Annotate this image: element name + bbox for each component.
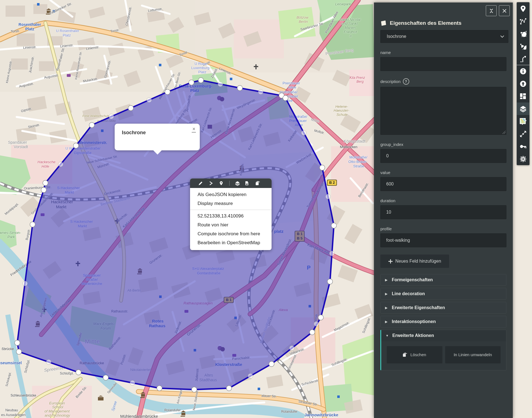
polygon-vertex-handle[interactable] [15,340,20,346]
polygon-vertex-handle[interactable] [73,143,79,148]
polygon-vertex-handle[interactable] [198,78,204,83]
toolbar-info-button[interactable] [517,65,529,77]
polyline-icon [520,18,526,25]
add-field-button[interactable]: Neues Feld hinzufügen [380,255,449,268]
polygon-vertex-handle[interactable] [310,330,315,335]
toolbar-upload-button[interactable] [517,77,529,90]
toolbar-add-marker-button[interactable] [517,2,529,15]
toolbar-add-curve-button[interactable] [517,52,529,65]
delete-button[interactable]: Löschen [387,346,442,363]
section-header[interactable]: ▶Interaktionsoptionen [381,316,506,327]
polygon-vertex-handle[interactable] [283,96,288,101]
layers-button[interactable] [235,181,240,186]
toolbar-add-polygon-button[interactable] [517,27,529,40]
context-menu-item[interactable]: Bearbeiten in OpenStreetMap [190,238,272,247]
polygon-vertex-handle[interactable] [226,386,232,391]
polygon-ghost-handle[interactable] [289,346,294,351]
panel-collapse-button[interactable] [486,5,497,16]
context-menu-item[interactable]: Route von hier [190,221,272,229]
polygon-vertex-handle[interactable] [128,106,134,111]
polygon-vertex-handle[interactable] [41,187,46,193]
context-menu-item[interactable]: Display measure [190,199,272,208]
value-field[interactable] [380,177,506,191]
section-header[interactable]: ▶Formeigenschaften [381,274,506,285]
polygon-vertex-handle[interactable] [30,222,35,227]
toolbar-layers-button[interactable] [517,102,529,115]
polygon-vertex-handle[interactable] [318,315,324,320]
polygon-ghost-handle[interactable] [301,130,306,135]
context-menu-items: Als GeoJSON kopierenDisplay measure52.52… [190,188,272,250]
polygon-vertex-handle[interactable] [237,85,243,91]
section-line-decoration: ▶Line decoration [380,288,506,300]
duration-field[interactable] [380,205,506,219]
share-arrow-button[interactable] [209,181,213,186]
polygon-vertex-handle[interactable] [157,386,162,391]
toolbar-api-key-button[interactable] [517,140,529,153]
polygon-ghost-handle[interactable] [258,89,263,94]
context-menu-item[interactable]: 52.521338,13.410096 [190,212,272,221]
resize-grip[interactable] [502,131,506,134]
close-icon [502,9,507,13]
polygon-ghost-handle[interactable] [23,281,28,286]
section-header[interactable]: ▶Line decoration [381,288,506,299]
name-field[interactable] [380,57,506,71]
polygon-vertex-handle[interactable] [43,180,48,186]
section-label: Interaktionsoptionen [392,319,436,324]
edit-pencil-button[interactable] [198,181,203,186]
section-arrow-icon: ▼ [386,334,389,337]
polygon-vertex-handle[interactable] [16,349,22,355]
plus-icon [388,259,393,263]
context-menu-item[interactable]: Compute isochrone from here [190,229,272,238]
copy-icon [245,181,250,186]
polygon-vertex-handle[interactable] [165,89,170,95]
toolbar-fit-view-button[interactable] [517,128,529,140]
map-pin-icon [219,181,224,186]
panel-close-button[interactable] [499,5,510,16]
section-label: Line decoration [392,291,425,296]
section-interaktionsoptionen: ▶Interaktionsoptionen [380,316,506,327]
popup-title: Isochrone [115,124,200,136]
polygon-ghost-handle[interactable] [329,251,334,256]
app-window: PP Torstr.Torstr.Torstr.Torstr.Rosenthal… [0,0,532,418]
polygon-ghost-handle[interactable] [326,194,331,199]
toolbar-edit-shapes-button[interactable] [517,40,529,52]
section-header[interactable]: ▶Erweiterte Eigenschaften [381,302,506,313]
group_index-field[interactable] [380,149,506,163]
map-pin-button[interactable] [219,181,224,186]
polygon-ghost-handle[interactable] [109,114,114,119]
polygon-vertex-handle[interactable] [320,165,325,170]
polygon-ghost-handle[interactable] [58,162,63,167]
toolbar-map-style-button[interactable] [517,115,529,128]
copy-button[interactable] [245,181,250,186]
layers-icon [235,181,240,186]
polygon-ghost-handle[interactable] [314,321,319,326]
description-textarea[interactable] [380,87,506,135]
polygon-vertex-handle[interactable] [192,387,197,392]
convert-to-lines-button[interactable]: In Linien umwandeln [445,346,501,363]
popup-close-icon[interactable]: × [192,126,196,133]
polygon-ghost-handle[interactable] [147,97,152,102]
section-header[interactable]: ▼Erweiterte Aktionen [381,330,506,341]
share-arrow-icon [209,181,213,186]
trash-button[interactable] [256,181,260,186]
profile-field[interactable] [380,233,506,247]
polygon-vertex-handle[interactable] [89,123,95,128]
help-icon[interactable]: ? [403,78,409,85]
polygon-ghost-handle[interactable] [46,360,51,365]
polygon-vertex-handle[interactable] [189,80,194,85]
section-label: Erweiterte Eigenschaften [392,305,445,310]
polygon-ghost-handle[interactable] [248,373,253,378]
polygon-vertex-handle[interactable] [269,361,274,367]
context-menu-item[interactable]: Als GeoJSON kopieren [190,190,272,199]
toolbar-add-line-button[interactable] [517,15,529,27]
element-type-select[interactable]: Isochrone [380,30,508,43]
polygon-ghost-handle[interactable] [130,380,135,385]
polygon-vertex-handle[interactable] [331,223,337,228]
toolbar-settings-button[interactable] [517,153,529,165]
polygon-ghost-handle[interactable] [218,82,223,87]
polygon-vertex-handle[interactable] [327,279,333,284]
section-erweiterte-aktionen: ▼Erweiterte AktionenLöschenIn Linien umw… [380,330,506,370]
polygon-vertex-handle[interactable] [103,375,109,380]
toolbar-layout-button[interactable] [517,90,529,102]
polygon-vertex-handle[interactable] [76,370,81,375]
